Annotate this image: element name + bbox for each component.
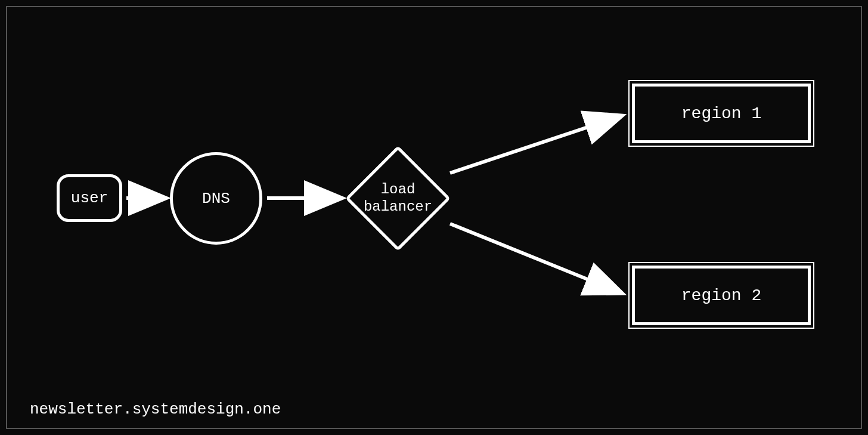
node-load-balancer: load balancer (346, 146, 450, 251)
node-dns-label: DNS (202, 190, 230, 208)
arrow-lb-region1 (450, 116, 620, 173)
arrow-lb-region2 (450, 224, 620, 292)
node-region-2: region 2 (632, 266, 811, 325)
node-dns: DNS (170, 152, 262, 245)
node-load-balancer-label: load balancer (364, 181, 432, 216)
diagram-canvas: user DNS load balancer region 1 region 2… (0, 0, 868, 435)
watermark-text: newsletter.systemdesign.one (30, 400, 281, 418)
node-region-1-label: region 1 (681, 104, 761, 123)
node-region-2-label: region 2 (681, 286, 761, 305)
node-user: user (57, 174, 122, 222)
node-user-label: user (71, 189, 108, 207)
node-region-1: region 1 (632, 84, 811, 143)
